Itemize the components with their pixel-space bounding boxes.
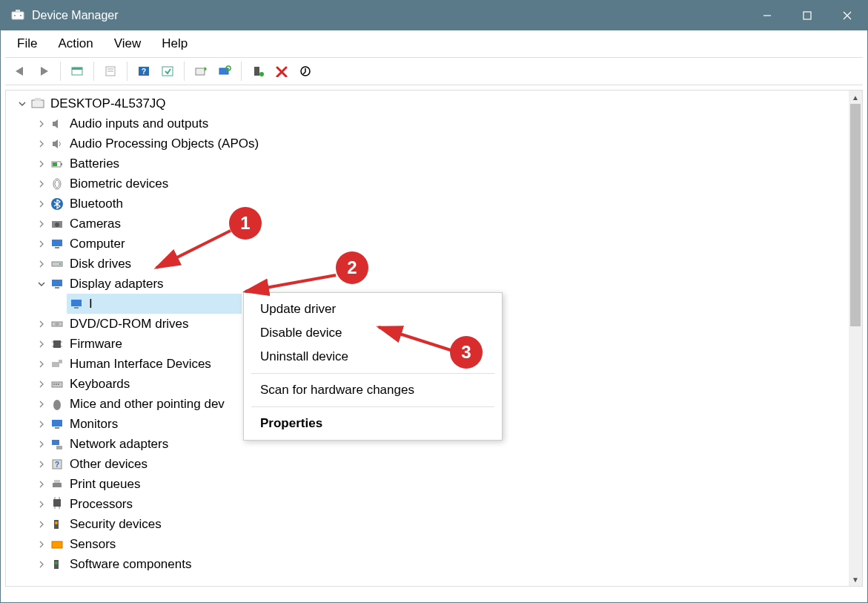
help-button[interactable]: ? (133, 60, 155, 82)
menubar: File Action View Help (1, 30, 867, 57)
keyboard-icon (49, 376, 65, 392)
enable-device-button[interactable] (247, 60, 269, 82)
tree-category-audio-io[interactable]: Audio inputs and outputs (34, 113, 862, 134)
tree-category-processors[interactable]: Processors (34, 494, 862, 514)
maximize-button[interactable] (787, 1, 827, 30)
svg-rect-50 (53, 383, 55, 385)
tree-root[interactable]: DESKTOP-4L537JQ (15, 93, 862, 113)
tree-category-display[interactable]: Display adapters (34, 274, 862, 294)
chevron-right-icon[interactable] (34, 260, 49, 268)
chevron-right-icon[interactable] (34, 180, 49, 188)
tree-category-security[interactable]: Security devices (34, 514, 862, 534)
tree-category-bluetooth[interactable]: Bluetooth (34, 194, 862, 214)
chevron-right-icon[interactable] (34, 541, 49, 548)
tree-label: Audio Processing Objects (APOs) (70, 136, 259, 151)
svg-rect-25 (61, 163, 62, 165)
ctx-scan-hardware[interactable]: Scan for hardware changes (244, 378, 502, 402)
svg-rect-69 (52, 541, 62, 548)
chevron-down-icon[interactable] (15, 100, 30, 108)
chevron-right-icon[interactable] (34, 340, 49, 348)
tree-label: Display adapters (70, 277, 164, 291)
disable-device-button[interactable] (271, 60, 293, 82)
svg-rect-52 (58, 383, 59, 385)
svg-rect-61 (54, 480, 60, 483)
chevron-right-icon[interactable] (34, 220, 49, 228)
svg-rect-9 (72, 67, 82, 70)
svg-rect-32 (52, 240, 62, 246)
chevron-right-icon[interactable] (34, 521, 49, 528)
chevron-right-icon[interactable] (34, 441, 49, 448)
uninstall-device-button[interactable] (294, 60, 317, 82)
svg-rect-57 (56, 446, 62, 449)
svg-point-31 (55, 223, 59, 227)
tree-category-disk[interactable]: Disk drives (34, 254, 862, 274)
chevron-right-icon[interactable] (34, 160, 49, 168)
scroll-up-icon[interactable]: ▲ (849, 90, 862, 104)
chevron-right-icon[interactable] (34, 120, 49, 128)
svg-rect-42 (53, 340, 61, 348)
menu-view[interactable]: View (104, 33, 152, 54)
svg-rect-3 (16, 10, 20, 13)
svg-point-53 (53, 400, 61, 410)
scan-hardware-button[interactable] (213, 60, 236, 82)
ctx-properties[interactable]: Properties (244, 412, 502, 435)
tree-category-apo[interactable]: Audio Processing Objects (APOs) (34, 134, 862, 154)
tree-label: Audio inputs and outputs (70, 116, 208, 131)
display-adapter-icon (68, 296, 85, 312)
show-hide-tree-button[interactable] (66, 60, 88, 82)
tree-label: Security devices (70, 517, 162, 532)
menu-action[interactable]: Action (47, 33, 103, 54)
tree-category-software[interactable]: Software components (34, 554, 862, 574)
app-icon (10, 7, 26, 24)
tree-category-sensors[interactable]: Sensors (34, 534, 862, 554)
menu-file[interactable]: File (7, 33, 47, 54)
tree-category-batteries[interactable]: Batteries (34, 154, 862, 174)
tree-label: Biometric devices (70, 177, 168, 191)
tree-label: DVD/CD-ROM drives (70, 317, 189, 332)
printer-icon (49, 476, 65, 492)
tree-label: Human Interface Devices (70, 357, 211, 372)
forward-button[interactable] (33, 60, 55, 82)
content-area: DESKTOP-4L537JQ Audio inputs and outputs… (5, 90, 863, 587)
vertical-scrollbar[interactable]: ▲ ▼ (849, 90, 862, 586)
tree-category-cameras[interactable]: Cameras (34, 214, 862, 234)
chevron-right-icon[interactable] (34, 461, 49, 468)
tree-category-print[interactable]: Print queues (34, 474, 862, 494)
chevron-right-icon[interactable] (34, 200, 49, 208)
chevron-right-icon[interactable] (34, 360, 49, 368)
chevron-right-icon[interactable] (34, 421, 49, 428)
chevron-right-icon[interactable] (34, 481, 49, 488)
svg-point-68 (55, 521, 58, 524)
disk-icon (49, 256, 65, 272)
tree-category-other[interactable]: ? Other devices (34, 454, 862, 474)
chevron-down-icon[interactable] (34, 280, 49, 288)
action-button[interactable] (156, 60, 179, 82)
chevron-right-icon[interactable] (34, 401, 49, 408)
tree-category-biometric[interactable]: Biometric devices (34, 174, 862, 194)
tree-label: Batteries (70, 156, 119, 171)
chevron-right-icon[interactable] (34, 501, 49, 508)
scroll-down-icon[interactable]: ▼ (849, 573, 862, 586)
chevron-right-icon[interactable] (34, 240, 49, 248)
chevron-right-icon[interactable] (34, 380, 49, 388)
fingerprint-icon (49, 176, 65, 192)
back-button[interactable] (9, 60, 31, 82)
minimize-button[interactable] (747, 1, 787, 30)
chevron-right-icon[interactable] (34, 320, 49, 328)
dvd-icon (49, 316, 65, 332)
ctx-update-driver[interactable]: Update driver (244, 297, 502, 321)
svg-point-20 (259, 72, 264, 76)
menu-help[interactable]: Help (151, 33, 198, 54)
ctx-separator (251, 373, 494, 374)
svg-rect-62 (53, 499, 61, 507)
scrollbar-thumb[interactable] (850, 104, 861, 326)
tree-category-computer[interactable]: Computer (34, 234, 862, 254)
chevron-right-icon[interactable] (34, 561, 49, 568)
properties-button[interactable] (99, 60, 122, 82)
update-driver-button[interactable] (190, 60, 212, 82)
svg-rect-17 (219, 68, 228, 74)
close-button[interactable] (827, 1, 867, 30)
tree-label: Software components (70, 557, 191, 572)
selected-item-bg: I (67, 294, 242, 314)
chevron-right-icon[interactable] (34, 140, 49, 148)
